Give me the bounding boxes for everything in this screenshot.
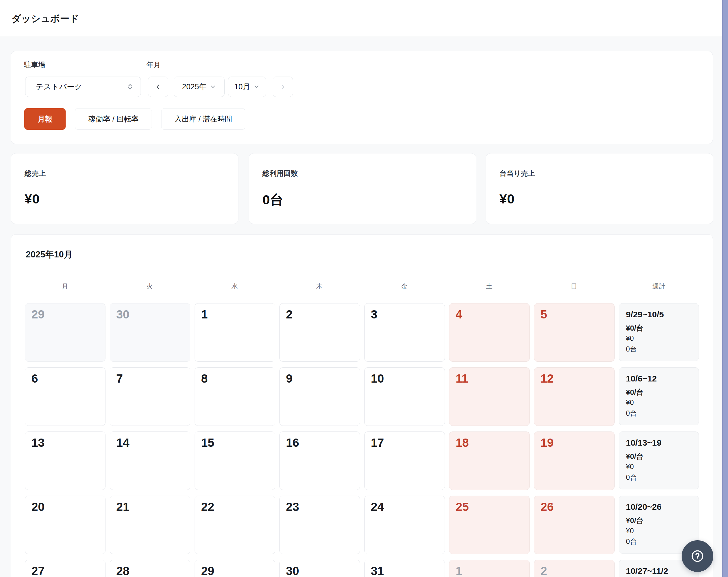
weekday-header-3: 木 [280, 282, 360, 291]
previous-month-button[interactable] [148, 77, 168, 97]
day-cell: 24 [364, 496, 445, 554]
day-cell: 14 [110, 432, 190, 490]
day-cell: 29 [194, 560, 275, 577]
day-number: 6 [31, 373, 38, 385]
stat-label: 総売上 [25, 169, 225, 178]
day-number: 12 [541, 373, 554, 385]
day-cell: 17 [364, 432, 445, 490]
day-number: 3 [371, 308, 377, 321]
week-range: 9/29~10/5 [626, 309, 692, 320]
weekday-header-0: 月 [25, 282, 105, 291]
stat-card-1: 総利用回数0台 [249, 153, 476, 224]
day-cell: 1 [194, 303, 275, 362]
week-sales-per-unit: ¥0/台 [626, 323, 692, 333]
day-number: 16 [286, 437, 299, 449]
day-cell: 31 [364, 560, 445, 577]
day-cell: 13 [25, 432, 105, 490]
app-header: ダッシュボード [0, 0, 728, 36]
day-number: 10 [371, 373, 384, 385]
day-number: 23 [286, 501, 299, 513]
day-cell: 6 [25, 367, 105, 426]
day-number: 19 [541, 437, 554, 449]
week-total-sales: ¥0 [626, 461, 692, 472]
weekday-header-6: 日 [534, 282, 614, 291]
parking-lot-select[interactable]: テストパーク [25, 77, 141, 97]
next-month-button[interactable] [272, 77, 293, 97]
day-cell: 19 [534, 432, 615, 490]
week-total-sales: ¥0 [626, 397, 692, 408]
weekday-header-7: 週計 [619, 282, 699, 291]
stat-value: ¥0 [25, 191, 225, 207]
day-number: 2 [286, 308, 292, 321]
stat-card-2: 台当り売上¥0 [486, 153, 713, 224]
vertical-scrollbar[interactable] [722, 0, 728, 577]
year-select-value: 2025年 [182, 82, 206, 92]
day-number: 4 [456, 308, 462, 321]
week-usage-count: 0台 [626, 344, 692, 354]
day-number: 17 [371, 437, 384, 449]
weekday-header-1: 火 [110, 282, 190, 291]
filter-tab-0[interactable]: 月報 [24, 108, 66, 130]
stat-value: 0台 [262, 191, 462, 209]
day-number: 14 [116, 437, 130, 449]
day-number: 18 [456, 437, 469, 449]
day-cell: 11 [449, 367, 530, 426]
month-select[interactable]: 10月 [228, 77, 266, 97]
day-number: 27 [31, 565, 45, 577]
day-number: 25 [456, 501, 469, 513]
week-summary-cell: 10/13~19¥0/台¥00台 [619, 432, 699, 489]
parking-lot-select-value: テストパーク [36, 82, 82, 92]
day-number: 29 [201, 565, 214, 577]
day-cell: 29 [25, 303, 105, 362]
day-cell: 26 [534, 496, 615, 554]
week-sales-per-unit: ¥0/台 [626, 387, 692, 397]
day-number: 9 [286, 373, 292, 385]
chevron-left-icon [154, 83, 162, 91]
day-number: 21 [116, 501, 130, 513]
day-cell: 3 [364, 303, 445, 362]
stat-label: 台当り売上 [499, 169, 699, 178]
day-cell: 10 [364, 367, 445, 426]
day-cell: 2 [534, 560, 615, 577]
chevrons-up-down-icon [126, 83, 134, 90]
filter-tab-2[interactable]: 入出庫 / 滞在時間 [161, 108, 245, 130]
day-number: 5 [541, 308, 547, 321]
report-tabs: 月報稼働率 / 回転率入出庫 / 滞在時間 [24, 108, 245, 130]
day-number: 30 [116, 308, 130, 321]
day-number: 30 [286, 565, 299, 577]
day-number: 2 [541, 565, 547, 577]
chevron-down-icon [253, 83, 260, 90]
chevron-down-icon [210, 83, 216, 90]
filter-card: 駐車場 年月 テストパーク 2025年 10月 [11, 51, 713, 144]
day-cell: 20 [25, 496, 105, 554]
day-cell: 12 [534, 367, 615, 426]
day-number: 24 [371, 501, 384, 513]
day-cell: 27 [25, 560, 105, 577]
parking-lot-label: 駐車場 [24, 60, 45, 70]
day-cell: 15 [194, 432, 275, 490]
week-usage-count: 0台 [626, 536, 692, 547]
day-number: 20 [31, 501, 45, 513]
calendar-title: 2025年10月 [26, 249, 72, 260]
week-total-sales: ¥0 [626, 333, 692, 344]
day-cell: 16 [280, 432, 360, 490]
day-number: 13 [31, 437, 45, 449]
week-sales-per-unit: ¥0/台 [626, 516, 692, 525]
filter-tab-1[interactable]: 稼働率 / 回転率 [75, 108, 152, 130]
stat-value: ¥0 [499, 191, 699, 207]
help-button[interactable] [682, 540, 713, 572]
day-cell: 25 [449, 496, 530, 554]
day-number: 7 [116, 373, 123, 385]
day-cell: 9 [280, 367, 360, 426]
week-total-sales: ¥0 [626, 525, 692, 536]
day-cell: 23 [280, 496, 360, 554]
day-number: 28 [116, 565, 130, 577]
stat-label: 総利用回数 [262, 169, 462, 178]
month-select-value: 10月 [234, 82, 250, 92]
day-cell: 5 [534, 303, 615, 362]
week-sales-per-unit: ¥0/台 [626, 451, 692, 461]
day-number: 8 [201, 373, 208, 385]
day-cell: 8 [194, 367, 275, 426]
day-cell: 28 [110, 560, 190, 577]
year-select[interactable]: 2025年 [174, 77, 225, 97]
